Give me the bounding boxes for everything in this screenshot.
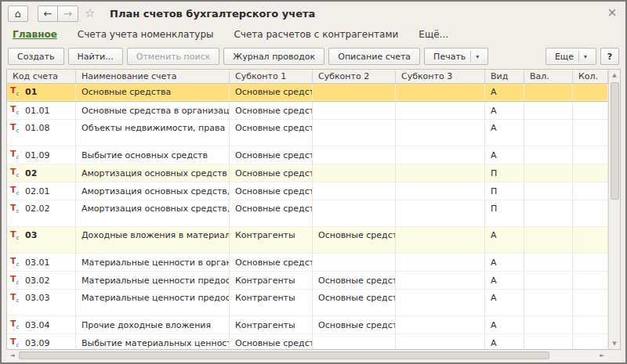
table-row[interactable]: Тс 02.02 Амортизация основных средств, О…: [7, 200, 608, 227]
table-row[interactable]: Тс 03.02 Материальные ценности предостав…: [7, 272, 608, 290]
account-currency-flag: [524, 84, 573, 101]
home-icon[interactable]: ⌂: [8, 5, 28, 22]
subconto-3: [396, 182, 485, 200]
table-row[interactable]: Тс 01.01 Основные средства в организации…: [7, 102, 608, 120]
create-button[interactable]: Создать: [8, 48, 64, 65]
account-kind: А: [485, 334, 524, 349]
vertical-scrollbar[interactable]: ▲ ▼: [608, 70, 620, 349]
print-button[interactable]: Печать ▾: [424, 48, 488, 65]
account-icon: Тс: [10, 204, 21, 214]
help-button[interactable]: ?: [600, 48, 619, 65]
scroll-right-icon[interactable]: ►: [596, 350, 608, 361]
subconto-3: [396, 272, 485, 290]
table-row[interactable]: Тс 02.01 Амортизация основных средств, О…: [7, 182, 608, 200]
column-header[interactable]: Вид: [485, 70, 524, 83]
account-currency-flag: [524, 200, 573, 227]
account-kind: П: [485, 164, 524, 182]
table-grid: Код счетаНаименование счетаСубконто 1Суб…: [7, 70, 608, 349]
subconto-2: [313, 84, 396, 101]
table-row[interactable]: Тс 03.03 Материальные ценности предостав…: [7, 290, 608, 316]
column-header[interactable]: Вал.: [524, 70, 573, 83]
account-quantity-flag: [573, 272, 608, 290]
account-code: 03.02: [25, 276, 50, 286]
horizontal-scrollbar-track[interactable]: [19, 350, 596, 361]
close-icon[interactable]: ×: [605, 6, 619, 20]
table-row[interactable]: Тс 01 Основные средства Основные средств…: [7, 84, 608, 102]
column-header[interactable]: Субконто 3: [396, 70, 485, 83]
tab-1[interactable]: Главное: [13, 29, 57, 40]
more-button-label: Еще: [555, 52, 574, 62]
chevron-down-icon: ▾: [470, 51, 479, 62]
account-quantity-flag: [573, 290, 608, 316]
subconto-3: [396, 316, 485, 334]
account-icon: Тс: [10, 230, 21, 241]
account-code: 01.09: [25, 150, 50, 160]
tab-4[interactable]: Ещё...: [419, 29, 448, 40]
account-quantity-flag: [573, 316, 608, 334]
code-cell: Тс 02: [7, 164, 76, 182]
subconto-2: [313, 334, 396, 349]
subconto-3: [396, 84, 485, 101]
account-description-button[interactable]: Описание счета: [328, 48, 420, 65]
favorite-star-icon[interactable]: ☆: [85, 6, 102, 20]
subconto-1: Контрагенты: [230, 290, 313, 316]
print-button-label: Печать: [433, 52, 466, 62]
subconto-3: [396, 334, 485, 349]
more-button[interactable]: Еще ▾: [545, 48, 596, 65]
app-window: ⌂ ← → ☆ План счетов бухгалтерского учета…: [0, 0, 627, 364]
scroll-down-icon[interactable]: ▼: [609, 338, 620, 349]
page-title: План счетов бухгалтерского учета: [110, 8, 315, 20]
account-quantity-flag: [573, 84, 608, 101]
account-currency-flag: [524, 290, 573, 316]
account-quantity-flag: [573, 334, 608, 349]
account-code: 02.02: [25, 204, 50, 214]
column-header[interactable]: Код счета: [7, 70, 76, 83]
table-row[interactable]: Тс 02 Амортизация основных средств Основ…: [7, 164, 608, 182]
code-cell: Тс 01: [7, 84, 76, 101]
subconto-3: [396, 146, 485, 164]
column-header[interactable]: Субконто 2: [313, 70, 396, 83]
column-header[interactable]: Кол.: [573, 70, 608, 83]
back-icon[interactable]: ←: [38, 5, 58, 22]
subconto-3: [396, 254, 485, 272]
account-name: Основные средства: [76, 84, 230, 101]
tab-2[interactable]: Счета учета номенклатуры: [78, 29, 214, 40]
account-code: 03.09: [25, 338, 50, 348]
horizontal-scrollbar[interactable]: ◄ ►: [6, 350, 608, 361]
table-row[interactable]: Тс 01.09 Выбытие основных средств Основн…: [7, 146, 608, 164]
vertical-scrollbar-thumb[interactable]: [611, 82, 619, 200]
account-icon: Тс: [10, 257, 21, 268]
scroll-up-icon[interactable]: ▲: [609, 70, 620, 81]
account-kind: А: [485, 316, 524, 334]
table-row[interactable]: Тс 01.08 Объекты недвижимости, права Осн…: [7, 120, 608, 146]
account-icon: Тс: [10, 150, 21, 160]
table-row[interactable]: Тс 03 Доходные вложения в материальные К…: [7, 227, 608, 254]
toolbar: Создать Найти... Отменить поиск Журнал п…: [2, 44, 625, 69]
column-header[interactable]: Субконто 1: [230, 70, 313, 83]
account-icon: Тс: [10, 168, 21, 178]
account-kind: А: [485, 146, 524, 164]
tab-3[interactable]: Счета расчетов с контрагентами: [234, 29, 398, 40]
journal-button[interactable]: Журнал проводок: [223, 48, 324, 65]
subconto-1: Основные средства: [230, 102, 313, 120]
code-cell: Тс 01.01: [7, 102, 76, 120]
account-currency-flag: [524, 102, 573, 120]
code-cell: Тс 01.08: [7, 120, 76, 146]
code-cell: Тс 02.01: [7, 182, 76, 200]
scroll-left-icon[interactable]: ◄: [6, 350, 19, 361]
subconto-3: [396, 164, 485, 182]
horizontal-scrollbar-thumb[interactable]: [19, 351, 549, 359]
table-row[interactable]: Тс 03.01 Материальные ценности в организ…: [7, 254, 608, 272]
table-row[interactable]: Тс 03.09 Выбытие материальных ценностей …: [7, 334, 608, 349]
account-quantity-flag: [573, 164, 608, 182]
table-body: Тс 01 Основные средства Основные средств…: [7, 84, 608, 349]
cancel-search-button: Отменить поиск: [127, 48, 220, 65]
account-name: Материальные ценности предоставленные: [76, 272, 230, 290]
nav-tabs: ГлавноеСчета учета номенклатурыСчета рас…: [2, 25, 625, 44]
find-button[interactable]: Найти...: [68, 48, 123, 65]
table-row[interactable]: Тс 03.04 Прочие доходные вложения Контра…: [7, 316, 608, 334]
account-icon: Тс: [10, 319, 21, 330]
account-quantity-flag: [573, 227, 608, 254]
account-icon: Тс: [10, 186, 21, 196]
column-header[interactable]: Наименование счета: [76, 70, 230, 83]
